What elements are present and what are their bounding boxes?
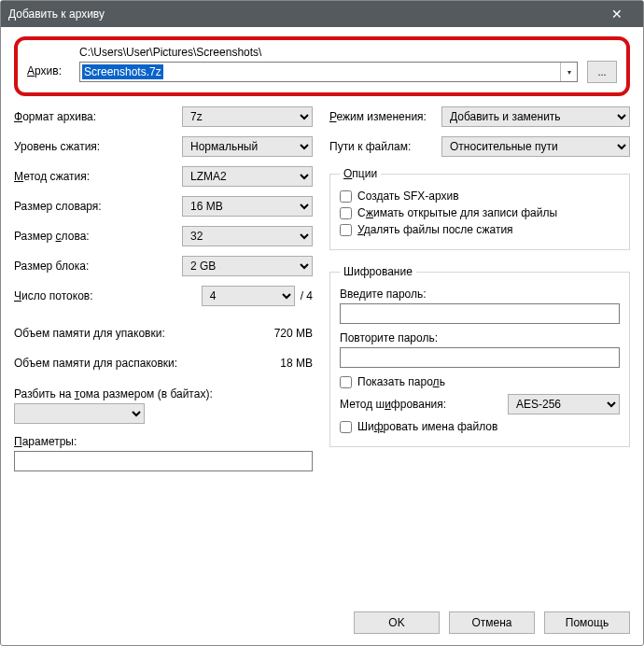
mem-pack-label: Объем памяти для упаковки: — [14, 327, 238, 340]
titlebar: Добавить к архиву ✕ — [1, 1, 643, 27]
encryption-legend: Шифрование — [340, 265, 416, 278]
content-area: Архив: C:\Users\User\Pictures\Screenshot… — [1, 27, 643, 602]
dict-combo[interactable]: 16 MB — [182, 196, 313, 217]
encnames-checkbox[interactable] — [340, 421, 352, 433]
archive-filename-combo[interactable]: Screenshots.7z ▾ — [79, 62, 578, 82]
options-legend: Опции — [340, 167, 381, 180]
delete-label: Удалять файлы после сжатия — [357, 223, 513, 236]
archive-path: C:\Users\User\Pictures\Screenshots\ — [79, 46, 617, 59]
sfx-checkbox[interactable] — [340, 190, 352, 203]
paths-label: Пути к файлам: — [329, 140, 441, 153]
threads-combo[interactable]: 4 — [202, 286, 295, 306]
sfx-label: Создать SFX-архив — [357, 190, 459, 203]
mem-unpack-label: Объем памяти для распаковки: — [14, 357, 238, 370]
format-combo[interactable]: 7z — [182, 106, 313, 127]
left-column: Формат архива: 7z Уровень сжатия: Нормал… — [14, 102, 313, 479]
word-combo[interactable]: 32 — [182, 226, 313, 246]
encryption-group: Шифрование Введите пароль: Повторите пар… — [329, 265, 630, 447]
threads-max: / 4 — [301, 289, 313, 302]
dialog-window: Добавить к архиву ✕ Архив: C:\Users\User… — [0, 0, 644, 646]
share-label: Сжимать открытые для записи файлы — [357, 206, 557, 219]
word-label: Размер слова: — [14, 230, 182, 243]
mem-pack-value: 720 MB — [238, 327, 313, 340]
pwd2-label: Повторите пароль: — [340, 331, 620, 344]
ok-button[interactable]: OK — [354, 611, 440, 634]
archive-highlight: Архив: C:\Users\User\Pictures\Screenshot… — [14, 36, 630, 96]
block-combo[interactable]: 2 GB — [182, 256, 313, 276]
method-combo[interactable]: LZMA2 — [182, 166, 313, 187]
window-title: Добавить к архиву — [8, 7, 598, 21]
split-label: Разбить на тома размером (в байтах): — [14, 387, 313, 400]
button-bar: OK Отмена Помощь — [1, 602, 643, 645]
level-label: Уровень сжатия: — [14, 140, 182, 153]
encnames-label: Шифровать имена файлов — [357, 420, 497, 433]
threads-label: Число потоков: — [14, 289, 202, 302]
showpwd-checkbox[interactable] — [340, 376, 352, 388]
pwd-input[interactable] — [340, 303, 620, 324]
level-combo[interactable]: Нормальный — [182, 136, 313, 157]
encmethod-label: Метод шифрования: — [340, 398, 508, 411]
archive-filename-text: Screenshots.7z — [82, 64, 163, 79]
format-label: Формат архива: — [14, 110, 182, 123]
mem-unpack-value: 18 MB — [238, 357, 313, 370]
dict-label: Размер словаря: — [14, 200, 182, 213]
browse-button[interactable]: ... — [587, 61, 617, 83]
pwd-label: Введите пароль: — [340, 288, 620, 301]
delete-checkbox[interactable] — [340, 224, 352, 236]
update-label: Режим изменения: — [329, 110, 441, 123]
cancel-button[interactable]: Отмена — [449, 611, 535, 634]
encmethod-combo[interactable]: AES-256 — [508, 394, 620, 414]
help-button[interactable]: Помощь — [544, 611, 630, 634]
archive-label: Архив: — [27, 64, 79, 83]
pwd2-input[interactable] — [340, 347, 620, 368]
block-label: Размер блока: — [14, 260, 182, 273]
split-combo[interactable] — [14, 403, 145, 424]
options-group: Опции Создать SFX-архив Сжимать открытые… — [329, 167, 630, 250]
paths-combo[interactable]: Относительные пути — [441, 136, 630, 157]
chevron-down-icon[interactable]: ▾ — [560, 63, 577, 81]
update-combo[interactable]: Добавить и заменить — [441, 106, 630, 127]
showpwd-label: Показать пароль — [357, 375, 445, 388]
method-label: Метод сжатия: — [14, 170, 182, 183]
params-input[interactable] — [14, 451, 313, 471]
right-column: Режим изменения: Добавить и заменить Пут… — [329, 102, 630, 479]
close-icon[interactable]: ✕ — [598, 1, 636, 27]
params-label: Параметры: — [14, 435, 313, 448]
share-checkbox[interactable] — [340, 207, 352, 219]
